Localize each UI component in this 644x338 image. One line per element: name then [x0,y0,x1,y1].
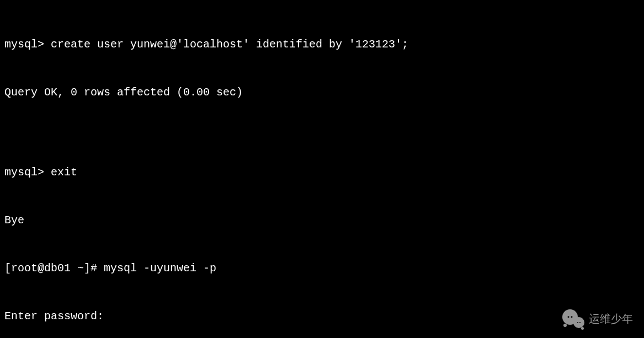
terminal-line: [root@db01 ~]# mysql -uyunwei -p [4,260,640,276]
watermark-text: 运维少年 [589,311,633,327]
terminal-output[interactable]: mysql> create user yunwei@'localhost' id… [4,4,640,338]
terminal-line: Bye [4,212,640,228]
terminal-line: Enter password: [4,308,640,324]
terminal-line: mysql> exit [4,164,640,180]
wechat-icon [562,309,584,328]
terminal-line: Query OK, 0 rows affected (0.00 sec) [4,84,640,100]
watermark: 运维少年 [562,309,633,328]
terminal-line: mysql> create user yunwei@'localhost' id… [4,36,640,52]
